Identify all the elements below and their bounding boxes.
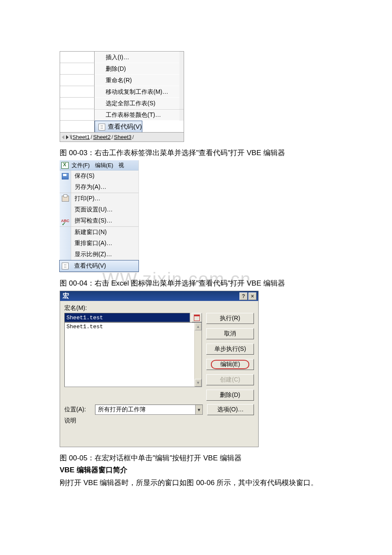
printer-icon: [62, 196, 69, 202]
menu-item-rename[interactable]: 重命名(R): [95, 75, 179, 86]
menu-item-label: 打印(P)…: [71, 195, 101, 202]
menu-item-spellcheck[interactable]: ABC 拼写检查(S)…: [60, 215, 138, 226]
button-label: 编辑(E): [220, 361, 240, 368]
close-button[interactable]: ×: [248, 292, 257, 300]
menu-item-view-code[interactable]: 查看代码(V): [59, 260, 139, 272]
scroll-down-icon[interactable]: ▼: [195, 379, 202, 387]
macro-name-input[interactable]: Sheet1.test: [64, 313, 190, 322]
menu-item-label: 新建窗口(N): [71, 228, 107, 236]
menu-item-label: 查看代码(V): [71, 262, 106, 270]
menu-item-select-all-sheets[interactable]: 选定全部工作表(S): [95, 98, 179, 109]
menu-item-zoom[interactable]: 显示比例(Z)…: [60, 249, 138, 260]
dialog-title: 宏: [62, 292, 69, 300]
menu-item-label: 查看代码(V): [108, 123, 142, 131]
description-label: 说明: [64, 417, 254, 425]
refedit-icon: [194, 315, 200, 321]
menu-item-label: 拼写检查(S)…: [71, 217, 112, 225]
help-button[interactable]: ?: [239, 292, 248, 300]
menu-item-label: 页面设置(U)…: [71, 206, 112, 214]
chevron-down-icon[interactable]: ▼: [195, 405, 202, 414]
create-button: 创建(C): [206, 374, 254, 385]
excel-icon: [61, 162, 69, 169]
menu-item-arrange-windows[interactable]: 重排窗口(A)…: [60, 238, 138, 249]
menu-item-insert[interactable]: 插入(I)…: [95, 52, 179, 63]
location-select[interactable]: 所有打开的工作簿 ▼: [95, 405, 203, 415]
run-button[interactable]: 执行(R): [206, 313, 254, 324]
code-icon: [98, 124, 105, 130]
menu-item-page-setup[interactable]: 页面设置(U)…: [60, 204, 138, 215]
cancel-button[interactable]: 取消: [206, 328, 254, 339]
tab-sheet2[interactable]: Sheet2: [92, 134, 111, 140]
menu-item-label: 显示比例(Z)…: [71, 251, 112, 258]
step-into-button[interactable]: 单步执行(S): [206, 344, 254, 355]
caption-fig3: 图 00-05：在宏对话框中单击"编辑"按钮打开 VBE 编辑器: [60, 453, 345, 463]
nav-arrow-prev-icon[interactable]: [62, 135, 64, 139]
sheet-tab-bar[interactable]: \ Sheet1 / Sheet2 / Sheet3 /: [60, 132, 184, 142]
menu-file[interactable]: 文件(F): [72, 162, 90, 169]
menu-item-view-code[interactable]: 查看代码(V): [95, 121, 142, 133]
scroll-up-icon[interactable]: ▲: [195, 323, 202, 330]
menu-view-fragment: 视: [118, 162, 124, 169]
list-item[interactable]: Sheet1.test: [65, 323, 202, 331]
caption-fig2: 图 00-04：右击 Excel 图标弹出菜单并选择"查看代码"打开 VBE 编…: [60, 278, 345, 288]
menu-item-label: 另存为(A)…: [71, 183, 107, 191]
menu-item-tab-color[interactable]: 工作表标签颜色(T)…: [95, 110, 179, 121]
edit-button[interactable]: 编辑(E): [206, 359, 254, 370]
body-paragraph: 刚打开 VBE 编辑器时，所显示的窗口如图 00-06 所示，其中没有代码模块窗…: [60, 477, 345, 489]
fig2-excel-icon-context-menu: 文件(F) 编辑(E) 视 保存(S) 另存为(A)… 打印(P)… 页面设置(…: [60, 160, 139, 272]
section-heading: VBE 编辑器窗口简介: [60, 465, 345, 476]
menu-item-save[interactable]: 保存(S): [60, 171, 138, 182]
options-button[interactable]: 选项(O)…: [207, 404, 254, 415]
menu-item-label: 保存(S): [71, 172, 95, 180]
tab-sheet1[interactable]: Sheet1: [72, 134, 90, 140]
code-icon: [62, 263, 69, 269]
macro-listbox[interactable]: Sheet1.test ▲ ▼: [64, 322, 202, 387]
menu-edit[interactable]: 编辑(E): [95, 162, 113, 169]
location-value: 所有打开的工作簿: [98, 406, 146, 413]
location-label: 位置(A):: [64, 406, 91, 413]
menu-item-move-copy[interactable]: 移动或复制工作表(M)…: [95, 86, 179, 98]
dialog-titlebar[interactable]: 宏 ? ×: [60, 291, 258, 301]
cell-stub: [60, 52, 95, 63]
menu-item-save-as[interactable]: 另存为(A)…: [60, 182, 138, 193]
caption-fig1: 图 00-03：右击工作表标签弹出菜单并选择"查看代码"打开 VBE 编辑器: [60, 148, 345, 158]
menu-item-label: 重排窗口(A)…: [71, 240, 112, 247]
save-icon: [62, 173, 69, 179]
fig1-sheet-tab-context-menu: 插入(I)… 删除(D) 重命名(R) 移动或复制工作表(M)… 选定全部工作表…: [60, 51, 184, 142]
menu-item-delete[interactable]: 删除(D): [95, 63, 179, 75]
scrollbar[interactable]: ▲ ▼: [194, 323, 202, 387]
tab-sheet3[interactable]: Sheet3: [113, 134, 132, 140]
refedit-button[interactable]: [192, 313, 202, 322]
menu-item-new-window[interactable]: 新建窗口(N): [60, 226, 138, 238]
fig3-macro-dialog: 宏 ? × 宏名(M): Sheet1.test Sheet1.test ▲: [60, 291, 259, 447]
description-area: [64, 427, 254, 442]
delete-button[interactable]: 删除(D): [206, 390, 254, 401]
menubar[interactable]: 文件(F) 编辑(E) 视: [60, 160, 138, 171]
macro-name-label: 宏名(M):: [64, 304, 254, 312]
nav-arrow-next-icon[interactable]: [66, 135, 69, 139]
menu-item-print[interactable]: 打印(P)…: [60, 193, 138, 204]
spellcheck-icon: ABC: [61, 219, 69, 223]
